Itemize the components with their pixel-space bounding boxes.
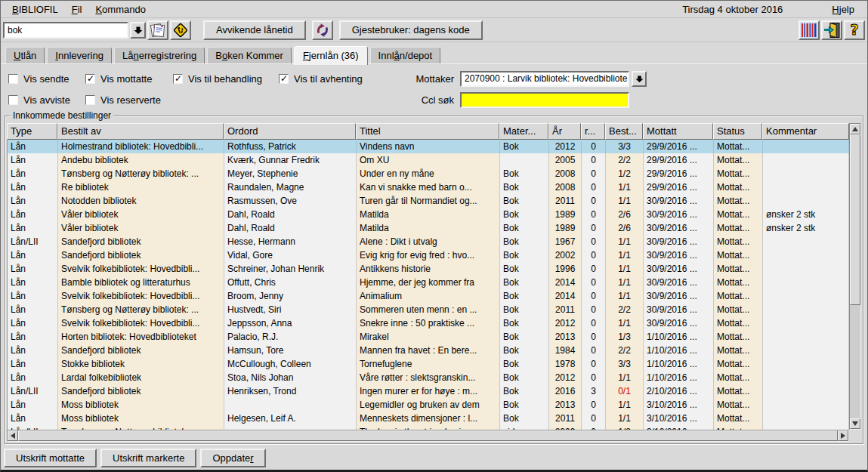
cell-status: Mottat... [714,289,763,303]
cell-type: Lån [8,262,58,276]
column-header[interactable]: Best... [605,123,643,140]
checkbox[interactable]: Vis reserverte [85,94,173,106]
cell-type: Lån [8,167,58,180]
search-input[interactable]: bok [3,22,128,39]
svg-text:?: ? [850,22,858,39]
horizontal-scrollbar[interactable] [7,430,849,442]
tab[interactable]: Lånerregistrering [114,47,205,64]
cell-type: Lån [8,398,58,412]
roadsign-button[interactable] [170,20,191,40]
cell-tittel: Turen går til Normandiet og... [357,194,500,208]
column-header[interactable]: Mottatt [643,123,713,140]
cell-ordord: Jeppsson, Anna [224,316,357,330]
table-row[interactable]: Lån Sandefjord bibliotek Vidal, Gore Evi… [8,248,849,262]
avvikende-lanetid-button[interactable]: Avvikende lånetid [203,20,306,40]
table-row[interactable]: Lån Svelvik folkebibliotek: Hovedbibli..… [8,289,849,303]
search-dropdown-button[interactable] [130,22,146,39]
column-header[interactable]: Status [713,123,762,140]
checkbox[interactable]: Vis avviste [8,94,85,106]
table-row[interactable]: Lån Moss bibliotek Legemidler og bruken … [8,398,849,412]
exit-button[interactable] [821,20,842,40]
checkbox-box[interactable] [8,95,18,105]
table-row[interactable]: Lån Stokke bibliotek McCullough, Colleen… [8,357,849,371]
footer-button[interactable]: Oppdater [200,449,265,467]
scroll-right-button[interactable] [838,430,848,441]
menu-item[interactable]: Fil [65,2,89,17]
tab[interactable]: Innlån/depot [370,47,441,64]
column-header[interactable]: Ordord [224,123,356,140]
table-row[interactable]: Lån Tønsberg og Nøtterøy bibliotek: ... … [8,167,849,180]
cell-ar: 2011 [549,303,582,316]
checkbox-box[interactable] [173,74,183,84]
checkbox-box[interactable] [85,74,95,84]
checkbox[interactable]: Vis sendte [8,73,85,85]
table-row[interactable]: Lån Sandefjord bibliotek Hamsun, Tore Ma… [8,344,849,357]
table-row[interactable]: Lån Svelvik folkebibliotek: Hovedbibli..… [8,262,849,276]
cell-kommentar [763,357,849,371]
menu-item[interactable]: Kommando [88,2,152,17]
cell-mottatt: 29/9/2016 ... [644,167,714,180]
footer-button[interactable]: Utskrift mottatte [4,449,97,467]
tab[interactable]: Innlevering [47,47,112,64]
table-row[interactable]: Lån Svelvik folkebibliotek: Hovedbibli..… [8,316,849,330]
checkbox[interactable]: Vis mottatte [85,73,173,85]
table-row[interactable]: Lån Andebu bibliotek Kværk, Gunnar Fredr… [8,153,849,167]
table-row[interactable]: Lån Horten bibliotek: Hovedbiblioteket P… [8,330,849,344]
table-row[interactable]: Lån Bamble bibliotek og litteraturhus Of… [8,276,849,289]
cell-mottatt: 1/10/2016 ... [644,344,714,357]
column-header[interactable]: Bestilt av [57,123,224,140]
column-header[interactable]: Kommentar [762,123,849,140]
tab[interactable]: Fjernlån (36) [294,46,368,65]
checkbox[interactable]: Vis til behandling [173,73,279,85]
table-row[interactable]: Lån Lardal folkebibliotek Stoa, Nils Joh… [8,371,849,384]
cell-bestilt-av: Svelvik folkebibliotek: Hovedbibli... [58,289,224,303]
cell-best: 1/1 [606,248,644,262]
cell-materiale: Bok [500,221,549,235]
checkbox-box[interactable] [85,95,95,105]
tab[interactable]: Boken Kommer [207,47,292,64]
footer-button[interactable]: Utskrift markerte [100,449,196,467]
vertical-scrollbar[interactable] [849,123,861,430]
column-header[interactable]: År [548,123,581,140]
cell-bestilt-av: Våler bibliotek [58,208,224,221]
checkbox-box[interactable] [8,74,18,84]
scroll-up-button[interactable] [850,124,860,134]
menu-item[interactable]: BIBLIOFIL [5,2,65,17]
barcode-button[interactable] [798,20,820,40]
mottaker-dropdown-button[interactable] [632,71,647,87]
refresh-button[interactable] [312,20,333,40]
table-row[interactable]: Lån Re bibliotek Raundalen, Magne Kan vi… [8,180,849,194]
gjestebruker-button[interactable]: Gjestebruker: dagens kode [339,20,483,40]
table-row[interactable]: Lån/LII Sandefjord bibliotek Hesse, Herm… [8,235,849,248]
checkbox-box[interactable] [279,74,289,84]
column-header[interactable]: r... [581,123,605,140]
column-header[interactable]: Type [7,123,57,140]
tab[interactable]: Utlån [5,47,45,64]
help-button[interactable]: ? [844,20,865,40]
notes-button[interactable] [147,20,168,40]
column-header[interactable]: Mater... [499,123,548,140]
scroll-left-button[interactable] [8,430,18,441]
table-row[interactable]: Lån Tønsberg og Nøtterøy bibliotek: ... … [8,303,849,316]
table-row[interactable]: Lån Moss bibliotek Helgesen, Leif A. Men… [8,412,849,425]
cell-ordord: Offutt, Chris [224,276,357,289]
vertical-scroll-thumb[interactable] [850,134,860,305]
table-row[interactable]: Lån Notodden bibliotek Rasmussen, Ove Tu… [8,194,849,208]
cell-tittel: Sommeren uten menn : en ... [357,303,500,316]
cell-status: Mottat... [714,357,763,371]
checkbox[interactable]: Vis til avhenting [279,73,394,85]
cell-r: 0 [582,194,606,208]
table-row[interactable]: Lån Våler bibliotek Dahl, Roald Matilda … [8,221,849,235]
mottaker-select[interactable]: 2070900 : Larvik bibliotek: Hovedbibliot… [460,71,629,87]
column-header[interactable]: Tittel [356,123,499,140]
table-row[interactable]: Lån Våler bibliotek Dahl, Roald Matilda … [8,208,849,221]
cell-kommentar [763,384,849,398]
scroll-down-button[interactable] [850,418,860,429]
table-row[interactable]: Lån/LII Sandefjord bibliotek Henriksen, … [8,384,849,398]
table-row[interactable]: Lån Holmestrand bibliotek: Hovedbibli...… [8,140,849,153]
cell-mottatt: 3/10/2016 ... [644,412,714,425]
horizontal-scroll-thumb[interactable] [18,430,838,441]
menu-item-help[interactable]: Hjelp [825,2,861,17]
ccl-search-input[interactable] [460,92,629,108]
cell-ordord: Stoa, Nils Johan [224,371,357,384]
